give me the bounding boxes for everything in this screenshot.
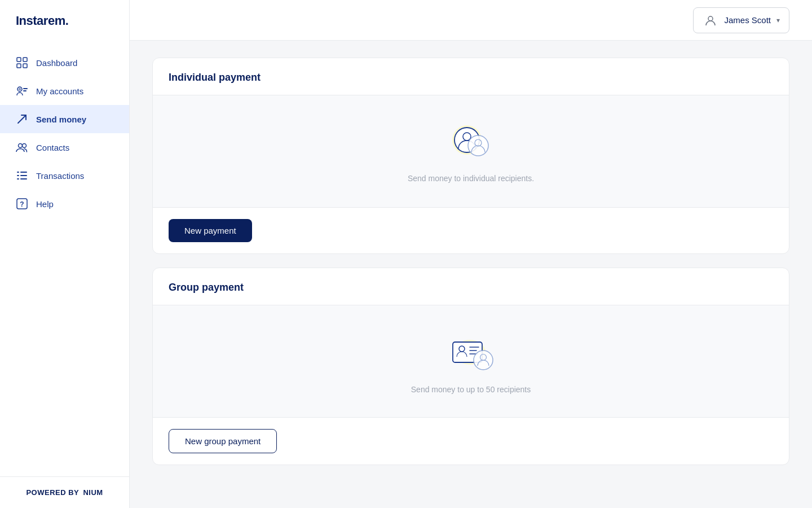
sidebar-item-dashboard[interactable]: Dashboard xyxy=(0,49,129,77)
sidebar-item-label-send-money: Send money xyxy=(36,115,86,124)
svg-point-8 xyxy=(19,144,23,148)
main-content: James Scott ▾ Individual payment xyxy=(130,0,812,508)
group-payment-footer: New group payment xyxy=(153,418,789,465)
group-payment-card: Group payment xyxy=(152,268,789,465)
user-dropdown[interactable]: James Scott ▾ xyxy=(693,7,789,33)
group-payment-desc: Send money to up to 50 recipients xyxy=(411,385,531,394)
svg-rect-2 xyxy=(17,64,21,68)
help-icon: ? xyxy=(16,198,28,210)
group-payment-body: Send money to up to 50 recipients xyxy=(153,305,789,418)
dashboard-icon xyxy=(16,56,28,69)
header: James Scott ▾ xyxy=(130,0,812,41)
chevron-down-icon: ▾ xyxy=(776,16,780,24)
group-payment-illustration xyxy=(443,329,499,376)
footer-prefix: POWERED BY xyxy=(26,488,79,497)
new-payment-button[interactable]: New payment xyxy=(169,219,252,242)
sidebar-item-label-transactions: Transactions xyxy=(36,171,84,181)
svg-rect-11 xyxy=(20,172,27,173)
individual-payment-title: Individual payment xyxy=(153,58,789,95)
page-content: Individual payment xyxy=(130,41,812,508)
sidebar-nav: Dashboard My accounts Sen xyxy=(0,42,129,476)
sidebar-item-label-dashboard: Dashboard xyxy=(36,58,77,68)
new-group-payment-button[interactable]: New group payment xyxy=(169,429,277,453)
svg-rect-3 xyxy=(23,64,27,68)
individual-payment-desc: Send money to individual recipients. xyxy=(408,174,534,183)
sidebar-item-label-contacts: Contacts xyxy=(36,143,69,152)
sidebar-item-my-accounts[interactable]: My accounts xyxy=(0,77,129,105)
svg-point-5 xyxy=(19,89,21,90)
svg-rect-13 xyxy=(20,175,27,176)
user-avatar-icon xyxy=(703,12,718,28)
send-icon xyxy=(16,113,28,125)
contacts-icon xyxy=(16,141,28,154)
svg-rect-15 xyxy=(20,178,27,179)
individual-payment-illustration xyxy=(445,120,496,165)
svg-rect-14 xyxy=(17,178,19,179)
svg-rect-0 xyxy=(17,58,21,62)
svg-text:?: ? xyxy=(20,200,24,208)
sidebar: Instarem. Dashboard xyxy=(0,0,130,508)
footer-brand: NIUM xyxy=(83,488,103,497)
sidebar-item-help[interactable]: ? Help xyxy=(0,190,129,218)
sidebar-item-label-help: Help xyxy=(36,199,54,209)
svg-rect-1 xyxy=(23,58,27,62)
svg-rect-6 xyxy=(23,88,28,89)
individual-payment-footer: New payment xyxy=(153,208,789,253)
svg-rect-10 xyxy=(17,172,19,173)
sidebar-footer: POWERED BY NIUM xyxy=(0,476,129,508)
user-name: James Scott xyxy=(724,15,771,25)
accounts-icon xyxy=(16,85,28,97)
svg-point-9 xyxy=(23,144,27,148)
sidebar-item-label-my-accounts: My accounts xyxy=(36,86,83,96)
svg-rect-12 xyxy=(17,175,19,176)
group-payment-title: Group payment xyxy=(153,268,789,305)
transactions-icon xyxy=(16,169,28,182)
svg-point-4 xyxy=(17,87,22,91)
svg-rect-7 xyxy=(23,90,27,91)
sidebar-item-send-money[interactable]: Send money xyxy=(0,105,129,133)
brand-logo: Instarem. xyxy=(0,0,129,42)
sidebar-item-transactions[interactable]: Transactions xyxy=(0,161,129,190)
svg-point-18 xyxy=(708,16,713,21)
individual-payment-body: Send money to individual recipients. xyxy=(153,95,789,208)
sidebar-item-contacts[interactable]: Contacts xyxy=(0,133,129,161)
individual-payment-card: Individual payment xyxy=(152,58,789,254)
